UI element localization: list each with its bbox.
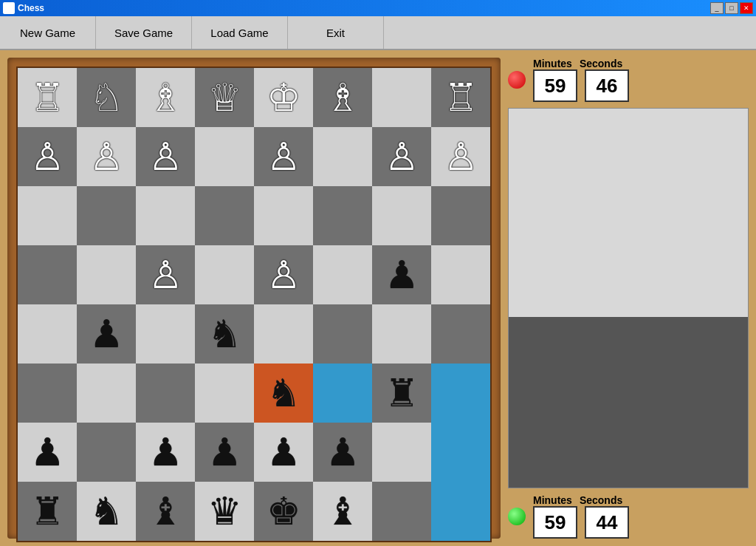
close-button[interactable]: ✕: [740, 2, 753, 14]
cell-4-7[interactable]: [431, 304, 490, 364]
cell-2-6[interactable]: [372, 186, 431, 245]
top-minutes-box: 59: [533, 69, 577, 102]
cell-6-6[interactable]: [372, 423, 431, 482]
cell-1-2[interactable]: ♙: [136, 127, 195, 186]
piece-0-2: ♗: [148, 78, 183, 117]
cell-7-1[interactable]: ♞: [77, 482, 136, 541]
cell-3-5[interactable]: [313, 245, 372, 304]
cell-4-5[interactable]: [313, 304, 372, 364]
cell-5-2[interactable]: [136, 364, 195, 423]
piece-0-0: ♖: [30, 78, 65, 117]
load-game-button[interactable]: Load Game: [192, 16, 288, 49]
cell-6-3[interactable]: ♟: [195, 423, 254, 482]
piece-0-7: ♖: [444, 78, 478, 117]
piece-7-2: ♝: [148, 492, 183, 530]
top-seconds-box: 46: [585, 69, 629, 102]
cell-5-7[interactable]: [431, 364, 490, 423]
cell-1-1[interactable]: ♙: [77, 127, 136, 186]
bottom-indicator-dot: [508, 508, 526, 525]
cell-7-3[interactable]: ♛: [195, 482, 254, 541]
cell-1-7[interactable]: ♙: [431, 127, 490, 186]
piece-4-1: ♟: [89, 315, 124, 353]
cell-0-7[interactable]: ♖: [431, 68, 490, 127]
cell-0-2[interactable]: ♗: [136, 68, 195, 127]
cell-7-6[interactable]: [372, 482, 431, 541]
cell-5-0[interactable]: [18, 364, 77, 423]
save-game-button[interactable]: Save Game: [96, 16, 192, 49]
cell-6-2[interactable]: ♟: [136, 423, 195, 482]
bottom-minutes-box: 59: [533, 506, 577, 539]
side-panel: Minutes Seconds 59 46 Minutes Seconds: [508, 58, 749, 539]
cell-6-0[interactable]: ♟: [18, 423, 77, 482]
cell-4-1[interactable]: ♟: [77, 304, 136, 364]
cell-1-5[interactable]: [313, 127, 372, 186]
top-minutes-label: Minutes: [533, 58, 572, 69]
cell-0-3[interactable]: ♕: [195, 68, 254, 127]
bottom-timer: Minutes Seconds 59 44: [533, 494, 629, 539]
piece-6-3: ♟: [207, 433, 242, 471]
cell-5-3[interactable]: [195, 364, 254, 423]
cell-4-2[interactable]: [136, 304, 195, 364]
cell-7-7[interactable]: [431, 482, 490, 541]
cell-1-3[interactable]: [195, 127, 254, 186]
cell-5-4[interactable]: ♞: [254, 364, 313, 423]
captured-pieces-area: [508, 108, 749, 488]
cell-2-2[interactable]: [136, 186, 195, 245]
cell-4-4[interactable]: [254, 304, 313, 364]
cell-5-6[interactable]: ♜: [372, 364, 431, 423]
piece-7-3: ♛: [207, 492, 242, 530]
bottom-seconds-label: Seconds: [580, 494, 622, 506]
cell-6-7[interactable]: [431, 423, 490, 482]
cell-3-1[interactable]: [77, 245, 136, 304]
cell-7-5[interactable]: ♝: [313, 482, 372, 541]
cell-6-1[interactable]: [77, 423, 136, 482]
cell-1-6[interactable]: ♙: [372, 127, 431, 186]
cell-4-0[interactable]: [18, 304, 77, 364]
cell-0-1[interactable]: ♘: [77, 68, 136, 127]
new-game-button[interactable]: New Game: [0, 16, 96, 49]
top-timer-section: Minutes Seconds 59 46: [508, 58, 749, 102]
cell-2-5[interactable]: [313, 186, 372, 245]
cell-0-6[interactable]: [372, 68, 431, 127]
cell-6-5[interactable]: ♟: [313, 423, 372, 482]
board-container: ♖♘♗♕♔♗♖♙♙♙♙♙♙♙♙♟♟♞♞♜♟♟♟♟♟♜♞♝♛♚♝: [7, 58, 501, 539]
cell-3-6[interactable]: ♟: [372, 245, 431, 304]
chess-board: ♖♘♗♕♔♗♖♙♙♙♙♙♙♙♙♟♟♞♞♜♟♟♟♟♟♜♞♝♛♚♝: [16, 66, 492, 542]
cell-6-4[interactable]: ♟: [254, 423, 313, 482]
top-timer: Minutes Seconds 59 46: [533, 58, 629, 102]
cell-5-5[interactable]: [313, 364, 372, 423]
piece-0-1: ♘: [89, 78, 124, 117]
cell-7-4[interactable]: ♚: [254, 482, 313, 541]
exit-button[interactable]: Exit: [288, 16, 384, 49]
cell-2-4[interactable]: [254, 186, 313, 245]
cell-2-0[interactable]: [18, 186, 77, 245]
cell-4-3[interactable]: ♞: [195, 304, 254, 364]
top-timer-values: 59 46: [533, 69, 629, 102]
cell-0-4[interactable]: ♔: [254, 68, 313, 127]
cell-3-3[interactable]: [195, 245, 254, 304]
cell-2-7[interactable]: [431, 186, 490, 245]
cell-3-4[interactable]: ♙: [254, 245, 313, 304]
cell-0-5[interactable]: ♗: [313, 68, 372, 127]
piece-1-4: ♙: [267, 137, 301, 176]
minimize-button[interactable]: _: [710, 2, 724, 14]
cell-2-3[interactable]: [195, 186, 254, 245]
window-controls: _ □ ✕: [710, 2, 753, 14]
bottom-minutes-label: Minutes: [533, 494, 572, 506]
cell-1-0[interactable]: ♙: [18, 127, 77, 186]
cell-4-6[interactable]: [372, 304, 431, 364]
cell-1-4[interactable]: ♙: [254, 127, 313, 186]
cell-3-7[interactable]: [431, 245, 490, 304]
piece-1-7: ♙: [444, 137, 478, 176]
captured-black-area: [509, 317, 748, 488]
cell-5-1[interactable]: [77, 364, 136, 423]
maximize-button[interactable]: □: [725, 2, 738, 14]
piece-5-6: ♜: [385, 374, 419, 412]
cell-3-2[interactable]: ♙: [136, 245, 195, 304]
cell-7-2[interactable]: ♝: [136, 482, 195, 541]
cell-2-1[interactable]: [77, 186, 136, 245]
cell-0-0[interactable]: ♖: [18, 68, 77, 127]
piece-6-4: ♟: [267, 433, 301, 471]
cell-7-0[interactable]: ♜: [18, 482, 77, 541]
cell-3-0[interactable]: [18, 245, 77, 304]
